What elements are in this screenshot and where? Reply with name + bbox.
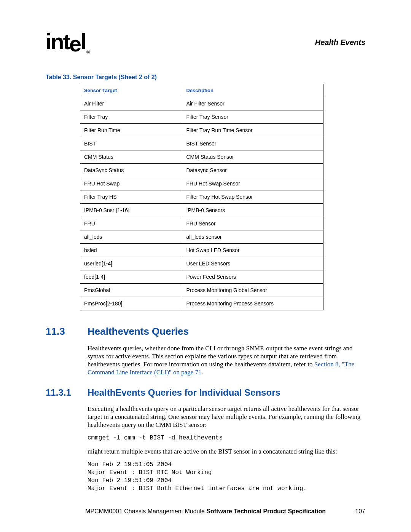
table-cell: FRU Sensor (182, 217, 323, 230)
table-cell: all_leds sensor (182, 230, 323, 243)
table-cell: PmsGlobal (80, 283, 182, 297)
section-11-3-1-para2: might return multiple events that are ac… (88, 447, 365, 455)
para-text-b: . (202, 369, 203, 376)
table-cell: Hot Swap LED Sensor (182, 243, 323, 257)
footer-text-b: Software Technical Product Specification (206, 508, 326, 514)
footer-text-a: MPCMM0001 Chassis Management Module (85, 508, 206, 514)
table-row: Filter TrayFilter Tray Sensor (80, 110, 323, 123)
table-cell: Air Filter (80, 97, 182, 110)
table-row: FRUFRU Sensor (80, 217, 323, 230)
header-right-title: Health Events (315, 38, 365, 47)
table-row: BISTBIST Sensor (80, 137, 323, 150)
table-row: PmsGlobalProcess Monitoring Global Senso… (80, 283, 323, 297)
table-cell: FRU Hot Swap (80, 177, 182, 190)
table-cell: Filter Run Time (80, 123, 182, 137)
table-cell: hsled (80, 243, 182, 257)
table-cell: Filter Tray Run Time Sensor (182, 123, 323, 137)
intel-logo: intel® (46, 30, 89, 55)
table-cell: Filter Tray Sensor (182, 110, 323, 123)
section-11-3-heading: 11.3 Healthevents Queries (46, 326, 365, 337)
table-caption: Table 33. Sensor Targets (Sheet 2 of 2) (46, 74, 365, 81)
table-cell: Process Monitoring Global Sensor (182, 283, 323, 297)
table-row: all_ledsall_leds sensor (80, 230, 323, 243)
section-11-3-1-para1: Executing a healthevents query on a part… (88, 405, 365, 429)
table-row: CMM StatusCMM Status Sensor (80, 150, 323, 163)
table-cell: Filter Tray HS (80, 190, 182, 203)
table-row: DataSync StatusDatasync Sensor (80, 163, 323, 177)
section-number: 11.3 (46, 326, 88, 337)
table-header-sensor-target: Sensor Target (80, 84, 182, 97)
para-text-a: Healthevents queries, whether done from … (88, 345, 352, 368)
table-cell: Process Monitoring Process Sensors (182, 297, 323, 310)
sensor-targets-table: Sensor Target Description Air FilterAir … (80, 84, 323, 310)
table-cell: Datasync Sensor (182, 163, 323, 177)
table-cell: User LED Sensors (182, 257, 323, 270)
table-row: Air FilterAir Filter Sensor (80, 97, 323, 110)
table-cell: CMM Status (80, 150, 182, 163)
table-cell: Power Feed Sensors (182, 270, 323, 283)
table-row: hsledHot Swap LED Sensor (80, 243, 323, 257)
table-row: FRU Hot SwapFRU Hot Swap Sensor (80, 177, 323, 190)
table-cell: CMM Status Sensor (182, 150, 323, 163)
table-cell: userled[1-4] (80, 257, 182, 270)
table-cell: FRU (80, 217, 182, 230)
page-header: intel® Health Events (46, 30, 365, 55)
section-title: HealthEvents Queries for Individual Sens… (88, 387, 280, 398)
section-title: Healthevents Queries (88, 326, 189, 337)
table-cell: IPMB-0 Sensors (182, 203, 323, 217)
table-row: IPMB-0 Snsr [1-16]IPMB-0 Sensors (80, 203, 323, 217)
section-11-3-para1: Healthevents queries, whether done from … (88, 344, 365, 377)
table-cell: all_leds (80, 230, 182, 243)
code-block-output: Mon Feb 2 19:51:05 2004 Major Event : BI… (88, 461, 365, 492)
table-row: Filter Tray HSFilter Tray Hot Swap Senso… (80, 190, 323, 203)
table-cell: Filter Tray Hot Swap Sensor (182, 190, 323, 203)
table-cell: Filter Tray (80, 110, 182, 123)
table-row: Filter Run TimeFilter Tray Run Time Sens… (80, 123, 323, 137)
table-row: feed[1-4]Power Feed Sensors (80, 270, 323, 283)
table-cell: BIST (80, 137, 182, 150)
table-row: userled[1-4]User LED Sensors (80, 257, 323, 270)
code-block-cmmget: cmmget -l cmm -t BIST -d healthevents (88, 434, 365, 442)
table-row: PmsProc[2-180]Process Monitoring Process… (80, 297, 323, 310)
table-cell: Air Filter Sensor (182, 97, 323, 110)
table-cell: BIST Sensor (182, 137, 323, 150)
table-cell: feed[1-4] (80, 270, 182, 283)
table-header-description: Description (182, 84, 323, 97)
table-cell: IPMB-0 Snsr [1-16] (80, 203, 182, 217)
section-number: 11.3.1 (46, 387, 88, 398)
table-cell: DataSync Status (80, 163, 182, 177)
page-footer: MPCMM0001 Chassis Management Module Soft… (0, 508, 411, 515)
page-number: 107 (355, 508, 365, 515)
section-11-3-1-heading: 11.3.1 HealthEvents Queries for Individu… (46, 387, 365, 398)
table-cell: FRU Hot Swap Sensor (182, 177, 323, 190)
table-cell: PmsProc[2-180] (80, 297, 182, 310)
